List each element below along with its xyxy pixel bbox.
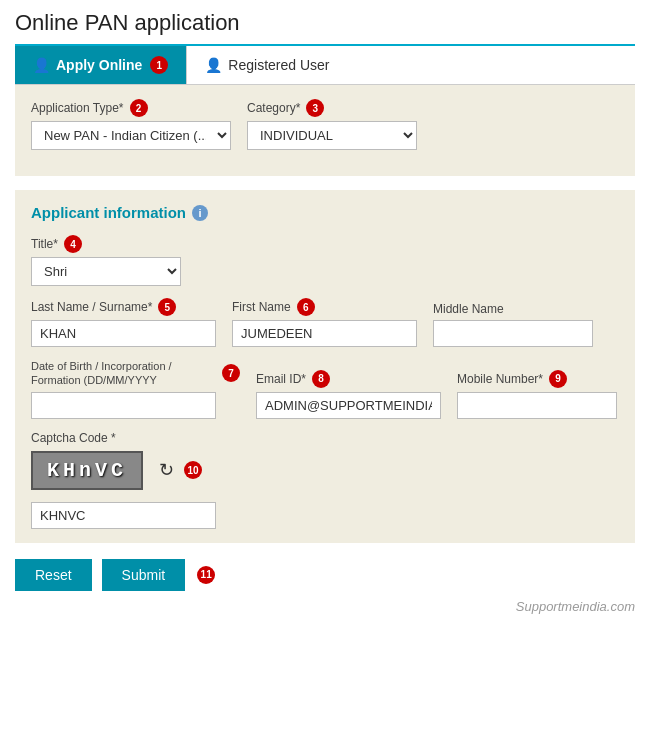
middlename-label: Middle Name bbox=[433, 302, 593, 316]
category-group: Category* 3 INDIVIDUAL HUF COMPANY FIRM/… bbox=[247, 99, 417, 150]
mobile-input[interactable] bbox=[457, 392, 617, 419]
apply-online-icon: 👤 bbox=[33, 57, 50, 73]
tabs-container: 👤 Apply Online 1 👤 Registered User bbox=[15, 46, 635, 85]
badge-1: 1 bbox=[150, 56, 168, 74]
captcha-label: Captcha Code * bbox=[31, 431, 619, 445]
dob-group: Date of Birth / Incorporation / Formatio… bbox=[31, 359, 240, 419]
badge-11: 11 bbox=[197, 566, 215, 584]
category-select[interactable]: INDIVIDUAL HUF COMPANY FIRM/LLP AOP/BOI … bbox=[247, 121, 417, 150]
middlename-group: Middle Name bbox=[433, 302, 593, 347]
mobile-label: Mobile Number* bbox=[457, 372, 543, 386]
badge-6: 6 bbox=[297, 298, 315, 316]
badge-4: 4 bbox=[64, 235, 82, 253]
submit-button[interactable]: Submit bbox=[102, 559, 186, 591]
buttons-row: Reset Submit 11 bbox=[15, 559, 635, 591]
watermark-text: Supportmeindia.com bbox=[516, 599, 635, 614]
title-label: Title* bbox=[31, 237, 58, 251]
applicant-info-section: Applicant information i Title* 4 Shri Sm… bbox=[15, 190, 635, 543]
badge-5: 5 bbox=[158, 298, 176, 316]
email-group: Email ID* 8 bbox=[256, 370, 441, 419]
firstname-group: First Name 6 bbox=[232, 298, 417, 347]
captcha-text: KHnVC bbox=[47, 459, 127, 482]
lastname-input[interactable] bbox=[31, 320, 216, 347]
email-label: Email ID* bbox=[256, 372, 306, 386]
badge-2: 2 bbox=[130, 99, 148, 117]
mobile-group: Mobile Number* 9 bbox=[457, 370, 617, 419]
badge-9: 9 bbox=[549, 370, 567, 388]
page-title: Online PAN application bbox=[15, 10, 635, 36]
watermark: Supportmeindia.com bbox=[15, 599, 635, 614]
app-type-select[interactable]: New PAN - Indian Citizen (... New PAN - … bbox=[31, 121, 231, 150]
apply-online-label: Apply Online bbox=[56, 57, 142, 73]
category-label: Category* bbox=[247, 101, 300, 115]
dob-label: Date of Birth / Incorporation / Formatio… bbox=[31, 359, 216, 388]
lastname-group: Last Name / Surname* 5 bbox=[31, 298, 216, 347]
firstname-label: First Name bbox=[232, 300, 291, 314]
captcha-refresh-icon[interactable]: ↻ bbox=[159, 459, 174, 481]
info-icon[interactable]: i bbox=[192, 205, 208, 221]
reset-button[interactable]: Reset bbox=[15, 559, 92, 591]
registered-user-label: Registered User bbox=[228, 57, 329, 73]
title-group: Title* 4 Shri Smt Kumari M/s bbox=[31, 235, 181, 286]
email-input[interactable] bbox=[256, 392, 441, 419]
app-type-label: Application Type* bbox=[31, 101, 124, 115]
badge-10: 10 bbox=[184, 461, 202, 479]
captcha-section: Captcha Code * KHnVC ↻ 10 bbox=[31, 431, 619, 529]
badge-7: 7 bbox=[222, 364, 240, 382]
section-heading-text: Applicant information bbox=[31, 204, 186, 221]
tab-apply-online[interactable]: 👤 Apply Online 1 bbox=[15, 46, 186, 84]
registered-user-icon: 👤 bbox=[205, 57, 222, 73]
title-select[interactable]: Shri Smt Kumari M/s bbox=[31, 257, 181, 286]
captcha-image-box: KHnVC bbox=[31, 451, 143, 490]
dob-input[interactable] bbox=[31, 392, 216, 419]
section-heading: Applicant information i bbox=[31, 204, 619, 221]
application-type-section: Application Type* 2 New PAN - Indian Cit… bbox=[15, 85, 635, 176]
lastname-label: Last Name / Surname* bbox=[31, 300, 152, 314]
firstname-input[interactable] bbox=[232, 320, 417, 347]
captcha-text-input[interactable] bbox=[31, 502, 216, 529]
badge-3: 3 bbox=[306, 99, 324, 117]
middlename-input[interactable] bbox=[433, 320, 593, 347]
badge-8: 8 bbox=[312, 370, 330, 388]
tab-registered-user[interactable]: 👤 Registered User bbox=[186, 46, 347, 84]
captcha-input bbox=[31, 496, 619, 529]
app-type-group: Application Type* 2 New PAN - Indian Cit… bbox=[31, 99, 231, 150]
